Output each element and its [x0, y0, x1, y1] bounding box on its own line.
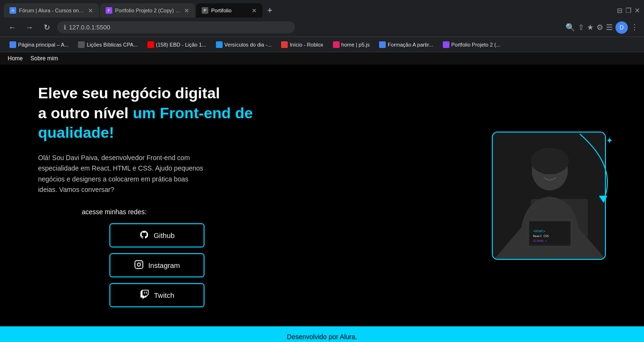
svg-point-12 — [543, 169, 547, 174]
lock-icon: ℹ — [64, 24, 66, 31]
nav-about[interactable]: Sobre mim — [30, 55, 58, 62]
svg-text:React CSS: React CSS — [533, 234, 549, 238]
extension-icon[interactable]: ⚙ — [596, 23, 603, 32]
tab-restore-icon[interactable]: ❐ — [625, 7, 632, 14]
social-buttons: Github Instagram — [38, 223, 276, 307]
tab-favicon-portfolio: P — [202, 7, 208, 14]
svg-text:✦: ✦ — [606, 136, 613, 145]
address-text: 127.0.0.1:5500 — [69, 24, 110, 31]
address-field[interactable]: ℹ 127.0.0.1:5500 — [57, 21, 295, 33]
bookmark-licoes[interactable]: Lições Bíblicas CPA... — [74, 40, 141, 49]
bookmark-label-versiculos: Versículos do dia -... — [224, 42, 272, 48]
svg-point-6 — [531, 148, 569, 174]
hero-image: <html> React CSS GitHub ✦ — [492, 132, 606, 260]
bookmark-favicon-p5 — [333, 41, 340, 48]
reload-button[interactable]: ↻ — [40, 21, 53, 34]
page-nav: Home Sobre mim — [0, 52, 644, 65]
tab-label-portfolio: Portifolio — [211, 8, 249, 13]
zoom-icon[interactable]: 🔍 — [566, 23, 575, 32]
tab-close-window-icon[interactable]: ✕ — [634, 7, 640, 14]
address-icons: 🔍 ⇧ ★ ⚙ ☰ D ⋮ — [566, 21, 638, 34]
bookmark-p5[interactable]: home | p5.js — [329, 40, 374, 49]
menu-icon[interactable]: ⋮ — [631, 23, 638, 32]
address-bar: ← → ↻ ℹ 127.0.0.1:5500 🔍 ⇧ ★ ⚙ ☰ D ⋮ — [0, 18, 644, 37]
tab-figma[interactable]: F Portfolio Projeto 2 (Copy) – Figm... ✕ — [100, 3, 195, 18]
social-label: acesse minhas redes: — [67, 208, 162, 216]
svg-point-13 — [552, 169, 557, 174]
hero-description: Olá! Sou Davi Paiva, desenvolvedor Front… — [38, 152, 209, 195]
bookmark-label-p5: home | p5.js — [342, 42, 370, 48]
bookmark-formacao[interactable]: Formação A partir... — [375, 40, 437, 49]
share-icon[interactable]: ⇧ — [578, 23, 584, 32]
tab-close-portfolio[interactable]: ✕ — [252, 7, 257, 14]
bookmark-label-ebd: (158) EBD - Lição 1... — [156, 42, 206, 48]
bookmark-alura[interactable]: Página principal – A... — [6, 40, 72, 49]
bookmark-portfolio2[interactable]: Portfolio Projeto 2 (... — [439, 40, 504, 49]
instagram-button[interactable]: Instagram — [109, 253, 205, 277]
hero-title: Eleve seu negócio digital a outro nível … — [38, 84, 276, 143]
footer: Desenvolvido por Alura. — [0, 326, 644, 342]
tab-favicon-figma: F — [106, 7, 112, 14]
bookmark-favicon-versiculos — [216, 41, 223, 48]
tab-label-alura: Fórum | Alura - Cursos online de... — [19, 8, 85, 13]
tab-label-figma: Portfolio Projeto 2 (Copy) – Figm... — [115, 8, 181, 13]
github-label: Github — [154, 231, 175, 239]
hero-image-container: <html> React CSS GitHub ✦ ✦ — [492, 132, 606, 260]
bookmark-favicon-alura — [10, 41, 16, 48]
tab-minimize-icon[interactable]: ⊟ — [617, 7, 623, 14]
github-icon — [139, 230, 149, 241]
bookmark-favicon-formacao — [379, 41, 386, 48]
bookmark-star-icon[interactable]: ★ — [587, 23, 594, 32]
instagram-icon — [134, 260, 144, 271]
tab-bar: A Fórum | Alura - Cursos online de... ✕ … — [0, 0, 644, 18]
hero-title-line2: a outro nível — [38, 104, 133, 122]
twitch-label: Twitch — [154, 291, 175, 299]
nav-home[interactable]: Home — [8, 55, 23, 62]
hero-photo: <html> React CSS GitHub ✦ — [493, 133, 606, 260]
main-content: Eleve seu negócio digital a outro nível … — [0, 65, 644, 326]
svg-text:GitHub ✦: GitHub ✦ — [533, 239, 547, 242]
tab-favicon-alura: A — [10, 7, 16, 14]
twitch-button[interactable]: Twitch — [109, 283, 205, 307]
hero-title-line1: Eleve seu negócio digital — [38, 85, 220, 102]
svg-rect-0 — [135, 261, 143, 269]
bookmark-favicon-roblox — [281, 41, 288, 48]
github-button[interactable]: Github — [109, 223, 205, 247]
svg-text:<html>: <html> — [533, 229, 545, 233]
bookmark-favicon-ebd — [147, 41, 154, 48]
tab-alura[interactable]: A Fórum | Alura - Cursos online de... ✕ — [4, 3, 99, 18]
bookmark-favicon-licoes — [78, 41, 85, 48]
profile-avatar[interactable]: D — [615, 21, 628, 34]
instagram-label: Instagram — [148, 261, 180, 269]
browser-chrome: A Fórum | Alura - Cursos online de... ✕ … — [0, 0, 644, 52]
tab-portfolio[interactable]: P Portifolio ✕ — [196, 3, 263, 18]
svg-point-2 — [140, 262, 141, 263]
bookmarks-bar: Página principal – A... Lições Bíblicas … — [0, 37, 644, 52]
tab-close-figma[interactable]: ✕ — [184, 7, 189, 14]
forward-button[interactable]: → — [23, 21, 36, 34]
bookmark-ebd[interactable]: (158) EBD - Lição 1... — [144, 40, 210, 49]
tab-close-alura[interactable]: ✕ — [88, 7, 93, 14]
page-content-wrapper: Home Sobre mim Eleve seu negócio digital… — [0, 52, 644, 342]
hero-left: Eleve seu negócio digital a outro nível … — [38, 84, 276, 307]
bookmark-label-portfolio2: Portfolio Projeto 2 (... — [451, 42, 500, 48]
sidebar-icon[interactable]: ☰ — [606, 23, 613, 32]
bookmark-label-alura: Página principal – A... — [18, 42, 68, 48]
bookmark-favicon-portfolio2 — [443, 41, 449, 48]
svg-point-1 — [137, 263, 140, 266]
footer-text: Desenvolvido por Alura. — [287, 333, 357, 341]
bookmark-label-formacao: Formação A partir... — [388, 42, 433, 48]
bookmark-roblox[interactable]: Início - Roblox — [277, 40, 327, 49]
bookmark-label-roblox: Início - Roblox — [290, 42, 323, 48]
bookmark-label-licoes: Lições Bíblicas CPA... — [87, 42, 137, 48]
tab-add-button[interactable]: + — [263, 6, 276, 16]
back-button[interactable]: ← — [6, 21, 19, 34]
twitch-icon — [140, 290, 149, 301]
bookmark-versiculos[interactable]: Versículos do dia -... — [212, 40, 276, 49]
